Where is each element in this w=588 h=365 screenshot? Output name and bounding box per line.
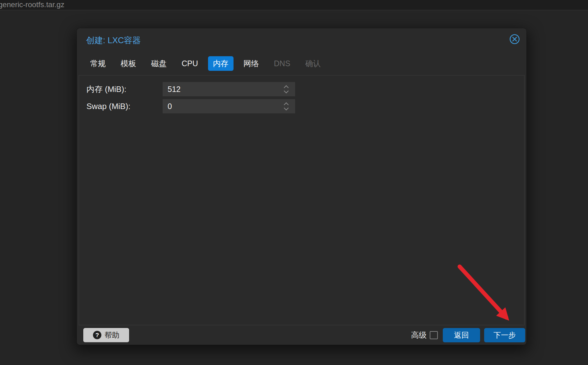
dialog-title: 创建: LXC容器 xyxy=(86,35,141,46)
advanced-label: 高级 xyxy=(411,330,427,340)
tab-dns: DNS xyxy=(269,57,295,70)
memory-field-row: 内存 (MiB): xyxy=(79,82,524,96)
spinner-down-icon[interactable] xyxy=(284,88,289,93)
tab-disks[interactable]: 磁盘 xyxy=(146,56,172,71)
top-filename-bar: generic-rootfs.tar.gz xyxy=(0,0,588,10)
dialog-footer: ? 帮助 高级 返回 下一步 xyxy=(77,325,526,345)
memory-tab-panel: 内存 (MiB): Swap (MiB): xyxy=(79,75,525,325)
tab-cpu[interactable]: CPU xyxy=(177,57,203,70)
memory-spinner[interactable] xyxy=(282,82,290,96)
tab-template[interactable]: 模板 xyxy=(116,56,141,71)
dialog-header: 创建: LXC容器 xyxy=(77,28,526,56)
help-button-label: 帮助 xyxy=(104,330,119,340)
close-icon xyxy=(509,33,521,45)
spinner-down-icon[interactable] xyxy=(284,105,289,110)
memory-field-label: 内存 (MiB): xyxy=(86,84,163,95)
tab-network[interactable]: 网络 xyxy=(238,56,264,71)
swap-input[interactable] xyxy=(163,99,295,113)
swap-field-label: Swap (MiB): xyxy=(86,102,163,111)
tab-confirm: 确认 xyxy=(300,56,326,71)
tab-memory[interactable]: 内存 xyxy=(208,56,234,71)
footer-actions: 高级 返回 下一步 xyxy=(411,328,525,342)
memory-field xyxy=(163,82,295,96)
memory-input[interactable] xyxy=(163,82,295,96)
help-button[interactable]: ? 帮助 xyxy=(83,328,129,342)
tab-general[interactable]: 常规 xyxy=(85,56,111,71)
close-button[interactable] xyxy=(509,33,521,45)
wizard-tab-bar: 常规 模板 磁盘 CPU 内存 网络 DNS 确认 xyxy=(85,56,526,71)
back-button[interactable]: 返回 xyxy=(443,328,480,342)
question-mark-icon: ? xyxy=(93,331,101,339)
advanced-checkbox[interactable] xyxy=(430,331,438,339)
swap-spinner[interactable] xyxy=(282,99,290,113)
filename-text: generic-rootfs.tar.gz xyxy=(0,0,64,9)
next-button[interactable]: 下一步 xyxy=(484,328,525,342)
swap-field-row: Swap (MiB): xyxy=(79,99,524,113)
swap-field xyxy=(163,99,295,113)
create-lxc-dialog: 创建: LXC容器 常规 模板 磁盘 CPU 内存 网络 DNS 确认 内存 (… xyxy=(77,28,526,345)
